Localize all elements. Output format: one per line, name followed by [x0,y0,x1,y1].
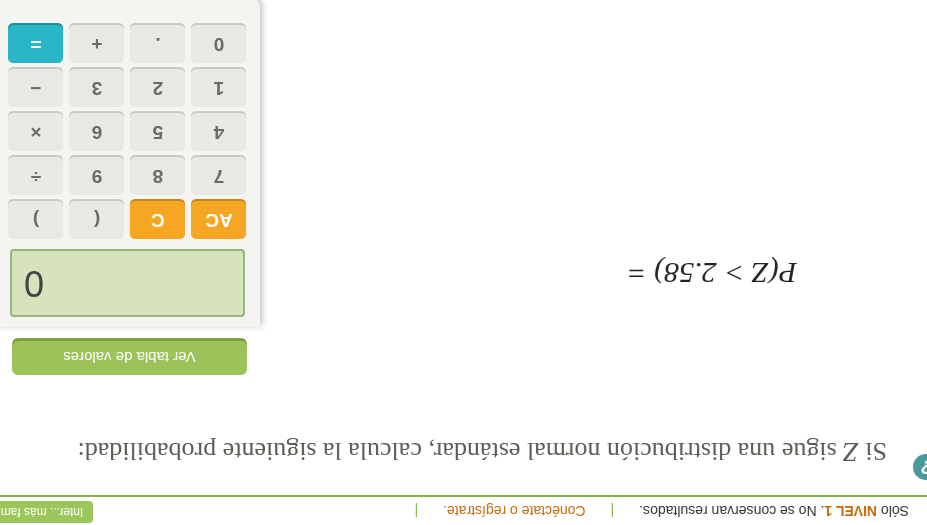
calc-key-mul[interactable]: × [9,113,64,151]
calc-key-lp[interactable]: ( [70,201,125,239]
calculator-display: 0 [10,249,245,317]
question-text: Si Z sigue una distribución normal están… [37,435,887,471]
help-bubble[interactable]: ? [913,454,927,480]
learn-more-button[interactable]: Inter... más familias [0,501,93,523]
connect-link[interactable]: Conéctate o regístrate. [443,503,585,519]
calc-key-add[interactable]: + [70,25,125,63]
calc-key-rp[interactable]: ) [9,201,64,239]
calc-key-k7[interactable]: 7 [192,157,247,195]
calc-key-k5[interactable]: 5 [131,113,186,151]
calc-key-k8[interactable]: 8 [131,157,186,195]
level-text: Sólo NIVEL 1. No se conservan resultados… [639,503,909,519]
calc-key-div[interactable]: ÷ [9,157,64,195]
calc-key-k0[interactable]: 0 [192,25,247,63]
calc-key-dot[interactable]: . [131,25,186,63]
status-bar: Sólo NIVEL 1. No se conservan resultados… [0,495,927,525]
calc-key-eq[interactable]: = [9,25,64,63]
calc-key-k9[interactable]: 9 [70,157,125,195]
calculator: 0 ACC()789÷456×123−0.+= [0,0,260,327]
calculator-keypad: ACC()789÷456×123−0.+= [5,25,250,239]
calc-key-k6[interactable]: 6 [70,113,125,151]
calc-key-c[interactable]: C [131,201,186,239]
calc-key-k1[interactable]: 1 [192,69,247,107]
calc-key-ac[interactable]: AC [192,201,247,239]
calc-key-sub[interactable]: − [9,69,64,107]
separator: | [611,503,615,519]
separator: | [415,503,419,519]
calc-key-k2[interactable]: 2 [131,69,186,107]
calc-key-k4[interactable]: 4 [192,113,247,151]
value-table-button[interactable]: Ver tabla de valores [12,341,247,375]
equation: P(Z > 2.58) = [627,256,797,290]
calc-key-k3[interactable]: 3 [70,69,125,107]
